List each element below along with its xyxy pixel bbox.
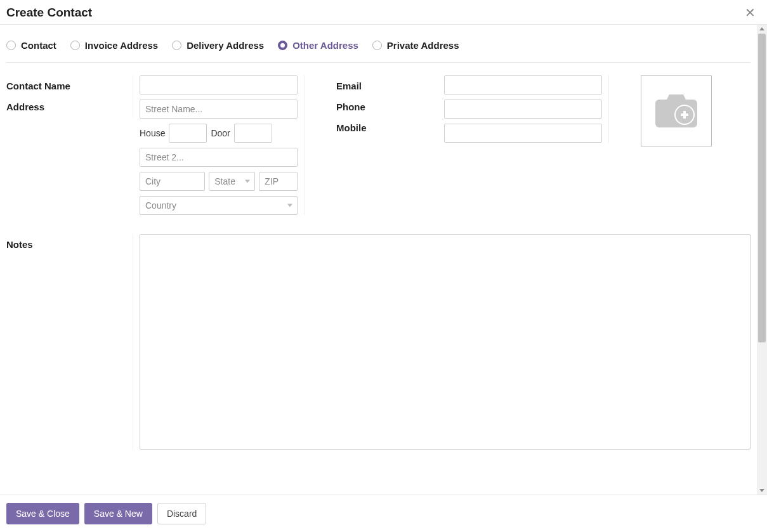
- scrollbar-thumb[interactable]: [758, 34, 766, 342]
- zip-input[interactable]: [259, 172, 298, 191]
- modal-body-wrapper: Contact Invoice Address Delivery Address…: [0, 25, 767, 495]
- notes-textarea[interactable]: [140, 234, 751, 450]
- city-state-zip-row: [140, 172, 298, 191]
- house-input[interactable]: [169, 124, 207, 143]
- save-close-button[interactable]: Save & Close: [6, 503, 79, 524]
- mobile-input[interactable]: [444, 124, 602, 143]
- modal-title: Create Contact: [6, 6, 92, 20]
- notes-label-col: Notes: [6, 234, 133, 450]
- modal-footer: Save & Close Save & New Discard: [0, 495, 767, 532]
- vertical-scrollbar[interactable]: [757, 25, 767, 495]
- state-select-wrap: [209, 172, 255, 191]
- radio-contact[interactable]: Contact: [6, 40, 56, 51]
- state-select[interactable]: [209, 172, 255, 191]
- radio-icon: [372, 41, 382, 50]
- radio-other-address[interactable]: Other Address: [278, 40, 358, 51]
- camera-plus-icon: [653, 92, 700, 130]
- email-input[interactable]: [444, 75, 602, 94]
- label-mobile: Mobile: [336, 117, 438, 138]
- modal-body: Contact Invoice Address Delivery Address…: [0, 25, 757, 495]
- form-grid: Contact Name Address House Door: [6, 75, 751, 215]
- street2-input[interactable]: [140, 148, 298, 167]
- notes-row: Notes: [6, 234, 751, 450]
- country-select[interactable]: [140, 196, 298, 215]
- radio-icon: [172, 41, 181, 50]
- phone-input[interactable]: [444, 100, 602, 119]
- radio-label: Private Address: [387, 40, 459, 51]
- discard-button[interactable]: Discard: [157, 503, 206, 524]
- save-new-button[interactable]: Save & New: [84, 503, 152, 524]
- radio-icon: [6, 41, 16, 50]
- image-column: [615, 75, 751, 146]
- radio-label: Other Address: [292, 40, 358, 51]
- label-notes: Notes: [6, 234, 133, 255]
- radio-private-address[interactable]: Private Address: [372, 40, 459, 51]
- door-input[interactable]: [234, 124, 272, 143]
- city-input[interactable]: [140, 172, 205, 191]
- street-input[interactable]: [140, 100, 298, 119]
- label-phone: Phone: [336, 96, 438, 117]
- left-labels: Contact Name Address: [6, 75, 133, 117]
- contact-name-input[interactable]: [140, 75, 298, 94]
- label-email: Email: [336, 75, 438, 96]
- radio-label: Delivery Address: [187, 40, 264, 51]
- left-fields: House Door: [140, 75, 305, 215]
- label-door: Door: [211, 128, 230, 138]
- radio-delivery-address[interactable]: Delivery Address: [172, 40, 264, 51]
- label-address: Address: [6, 96, 126, 117]
- radio-label: Contact: [21, 40, 56, 51]
- modal-header: Create Contact ✕: [0, 0, 767, 25]
- house-door-row: House Door: [140, 124, 298, 143]
- image-upload[interactable]: [641, 75, 712, 146]
- svg-rect-3: [683, 111, 686, 119]
- mid-labels: Email Phone Mobile: [311, 75, 438, 138]
- radio-icon: [278, 41, 287, 50]
- radio-invoice-address[interactable]: Invoice Address: [70, 40, 158, 51]
- radio-icon: [70, 41, 80, 50]
- close-icon[interactable]: ✕: [741, 5, 759, 20]
- address-type-radio-group: Contact Invoice Address Delivery Address…: [6, 40, 751, 63]
- radio-label: Invoice Address: [85, 40, 158, 51]
- label-house: House: [140, 128, 165, 138]
- country-select-wrap: [140, 196, 298, 215]
- mid-fields: [444, 75, 609, 143]
- label-contact-name: Contact Name: [6, 75, 126, 96]
